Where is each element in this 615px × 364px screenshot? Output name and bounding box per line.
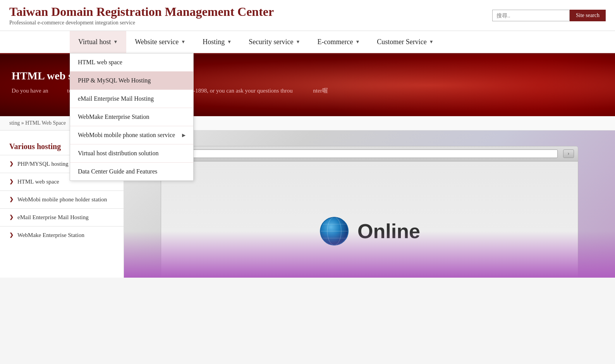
- sidebar-item-webmobi[interactable]: ❯ WebMobi mobile phone holder station: [0, 191, 124, 208]
- nav-label-ecommerce: E-commerce: [317, 38, 353, 46]
- dropdown-item-email[interactable]: eMail Enterprise Mail Hosting: [70, 90, 193, 108]
- nav-label-security: Security service: [249, 38, 293, 46]
- content-area: ›: [124, 130, 615, 278]
- search-input[interactable]: [492, 10, 570, 21]
- hero-pattern: [246, 54, 615, 116]
- header-branding: Taiwan Domain Registration Management Ce…: [9, 5, 274, 26]
- content-image: ›: [124, 130, 615, 278]
- browser-url-bar: [191, 149, 558, 158]
- nav-link-ecommerce[interactable]: E-commerce ▼: [309, 31, 368, 53]
- dropdown-item-data-center[interactable]: Data Center Guide and Features: [70, 163, 193, 180]
- site-title: Taiwan Domain Registration Management Ce…: [9, 5, 274, 19]
- sidebar-item-label: WebMobi mobile phone holder station: [17, 196, 107, 204]
- nav-link-customer-service[interactable]: Customer Service ▼: [368, 31, 442, 53]
- nav-arrow-hosting: ▼: [227, 39, 232, 45]
- sidebar-item-email[interactable]: ❯ eMail Enterprise Mail Hosting: [0, 208, 124, 226]
- nav-label-website-service: Website service: [135, 38, 179, 46]
- dropdown-item-html-web-space[interactable]: HTML web space: [70, 53, 193, 72]
- navbar-inner: Virtual host ▼ HTML web space PHP & MySQ…: [70, 31, 615, 53]
- nav-label-virtual-host: Virtual host: [78, 38, 111, 46]
- nav-label-customer-service: Customer Service: [377, 38, 426, 46]
- dropdown-item-virtual-dist[interactable]: Virtual host distribution solution: [70, 144, 193, 163]
- sidebar-arrow-icon: ❯: [9, 232, 14, 238]
- nav-item-virtual-host: Virtual host ▼ HTML web space PHP & MySQ…: [70, 31, 126, 53]
- browser-nav-forward[interactable]: ›: [563, 149, 574, 158]
- nav-arrow-virtual-host: ▼: [113, 39, 118, 45]
- dropdown-item-webmake[interactable]: WebMake Enterprise Station: [70, 108, 193, 126]
- nav-link-hosting[interactable]: Hosting ▼: [194, 31, 240, 53]
- site-subtitle: Professional e-commerce development inte…: [9, 20, 274, 26]
- submenu-arrow: ▶: [182, 132, 186, 138]
- sidebar-arrow-icon: ❯: [9, 214, 14, 220]
- nav-link-security[interactable]: Security service ▼: [240, 31, 309, 53]
- search-area: Site search: [492, 10, 606, 21]
- breadcrumb-text: sting » HTML Web Space: [9, 120, 66, 126]
- image-gradient: [124, 231, 615, 278]
- nav-arrow-customer-service: ▼: [429, 39, 434, 45]
- dropdown-item-php-mysql[interactable]: PHP & MySQL Web Hosting: [70, 72, 193, 90]
- main-navbar: Virtual host ▼ HTML web space PHP & MySQ…: [0, 31, 615, 54]
- site-header: Taiwan Domain Registration Management Ce…: [0, 0, 615, 31]
- nav-arrow-website-service: ▼: [181, 39, 186, 45]
- sidebar-item-label: WebMake Enterprise Station: [17, 231, 84, 239]
- sidebar-item-label: HTML web space: [17, 178, 59, 186]
- virtual-host-dropdown: HTML web space PHP & MySQL Web Hosting e…: [70, 53, 194, 181]
- sidebar-arrow-icon: ❯: [9, 179, 14, 185]
- browser-bar: ›: [161, 146, 578, 161]
- nav-item-security: Security service ▼: [240, 31, 309, 53]
- nav-item-hosting: Hosting ▼: [194, 31, 240, 53]
- nav-arrow-security: ▼: [296, 39, 301, 45]
- nav-item-website-service: Website service ▼: [126, 31, 194, 53]
- nav-item-ecommerce: E-commerce ▼: [309, 31, 368, 53]
- search-button[interactable]: Site search: [570, 10, 606, 21]
- sidebar-item-webmake[interactable]: ❯ WebMake Enterprise Station: [0, 226, 124, 244]
- sidebar-arrow-icon: ❯: [9, 196, 14, 203]
- nav-arrow-ecommerce: ▼: [355, 39, 360, 45]
- nav-link-website-service[interactable]: Website service ▼: [126, 31, 194, 53]
- sidebar-item-label: eMail Enterprise Mail Hosting: [17, 213, 89, 221]
- nav-link-virtual-host[interactable]: Virtual host ▼: [70, 31, 126, 53]
- nav-item-customer-service: Customer Service ▼: [368, 31, 442, 53]
- sidebar-item-label: PHP/MYSQL hosting: [17, 160, 69, 168]
- sidebar-arrow-icon: ❯: [9, 161, 14, 167]
- nav-label-hosting: Hosting: [203, 38, 225, 46]
- dropdown-item-webmobi[interactable]: WebMobi mobile phone station service ▶: [70, 126, 193, 144]
